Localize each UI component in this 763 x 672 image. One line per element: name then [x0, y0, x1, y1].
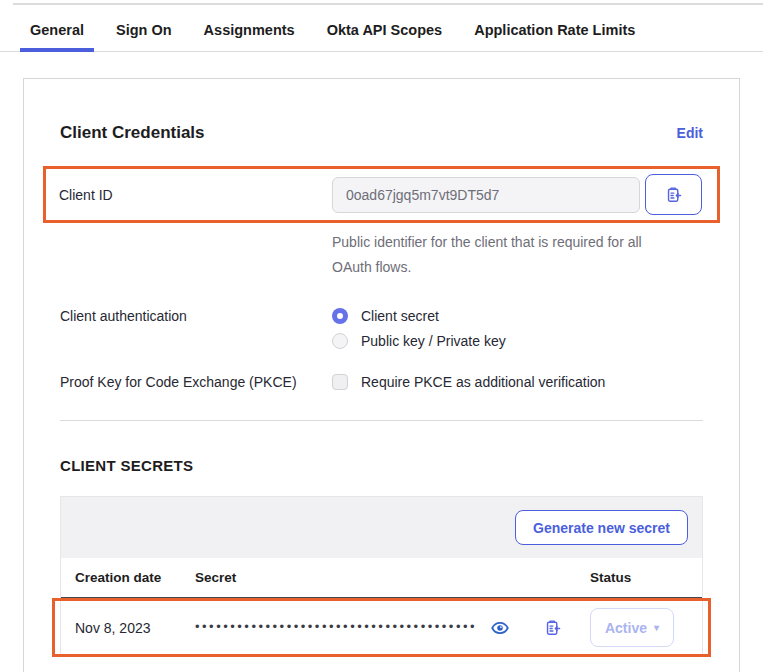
client-authentication-row: Client authentication Client secret Publ… [60, 308, 703, 349]
client-id-field-group [332, 174, 704, 215]
client-secrets-table: Generate new secret Creation date Secret… [60, 496, 703, 657]
status-dropdown-button[interactable]: Active ▾ [590, 608, 674, 647]
generate-new-secret-button[interactable]: Generate new secret [515, 510, 688, 545]
col-header-secret: Secret [195, 570, 542, 585]
table-row: Nov 8, 2023 ••••••••••••••••••••••••••••… [75, 608, 688, 647]
eye-icon [491, 619, 509, 637]
app-tabbar: General Sign On Assignments Okta API Sco… [0, 9, 763, 52]
radio-label: Public key / Private key [361, 333, 506, 349]
secret-creation-date: Nov 8, 2023 [75, 620, 195, 636]
settings-card: Client Credentials Edit Client ID Public… [23, 78, 740, 672]
pkce-label: Proof Key for Code Exchange (PKCE) [60, 374, 332, 390]
clipboard-copy-icon [665, 186, 682, 203]
client-id-label: Client ID [59, 187, 332, 203]
col-header-creation-date: Creation date [75, 570, 195, 585]
pkce-option-label: Require PKCE as additional verification [361, 374, 605, 390]
pkce-checkbox-option[interactable]: Require PKCE as additional verification [332, 374, 703, 390]
pkce-row: Proof Key for Code Exchange (PKCE) Requi… [60, 374, 703, 390]
tab-general[interactable]: General [20, 9, 94, 52]
client-authentication-label: Client authentication [60, 308, 332, 324]
checkbox-unchecked-icon[interactable] [332, 374, 348, 390]
edit-link[interactable]: Edit [677, 125, 703, 141]
secret-value-cell: •••••••••••••••••••••••••••••••••••••••• [195, 617, 542, 639]
section-divider [60, 420, 703, 421]
reveal-secret-button[interactable] [489, 617, 511, 639]
tab-application-rate-limits[interactable]: Application Rate Limits [464, 9, 645, 52]
chevron-down-icon: ▾ [654, 622, 659, 633]
client-secrets-title: CLIENT SECRETS [60, 457, 703, 474]
copy-secret-button[interactable] [542, 617, 590, 638]
radio-option-client-secret[interactable]: Client secret [332, 308, 703, 324]
clipboard-copy-icon [544, 619, 561, 636]
highlight-box-secret-row: Nov 8, 2023 ••••••••••••••••••••••••••••… [52, 598, 711, 657]
radio-label: Client secret [361, 308, 439, 324]
highlight-box-client-id: Client ID [43, 166, 720, 223]
col-header-status: Status [590, 570, 688, 585]
client-id-help-row: Public identifier for the client that is… [60, 223, 703, 279]
radio-selected-icon[interactable] [332, 308, 348, 324]
table-header-row: Creation date Secret Status [61, 558, 702, 598]
masked-secret-value: •••••••••••••••••••••••••••••••••••••••• [195, 619, 477, 634]
tab-sign-on[interactable]: Sign On [106, 9, 182, 52]
copy-client-id-button[interactable] [645, 174, 702, 215]
status-label: Active [605, 620, 647, 636]
top-divider [13, 3, 763, 5]
client-credentials-title: Client Credentials [60, 123, 205, 143]
client-credentials-header: Client Credentials Edit [60, 123, 703, 143]
tab-okta-api-scopes[interactable]: Okta API Scopes [317, 9, 453, 52]
table-toolbar: Generate new secret [61, 497, 702, 558]
client-id-help-text: Public identifier for the client that is… [332, 230, 662, 279]
client-id-input[interactable] [332, 177, 640, 213]
radio-option-public-private-key[interactable]: Public key / Private key [332, 333, 703, 349]
radio-unselected-icon[interactable] [332, 333, 348, 349]
tab-assignments[interactable]: Assignments [194, 9, 305, 52]
